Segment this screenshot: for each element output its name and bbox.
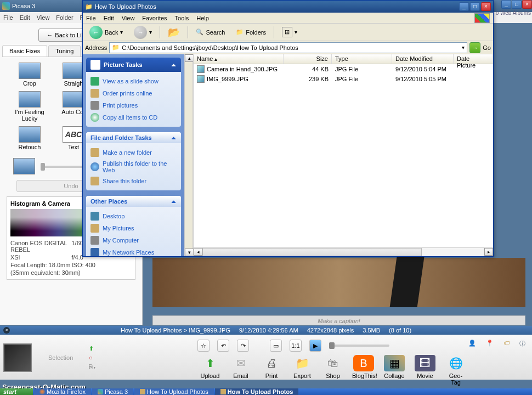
other-places-header[interactable]: Other Places ⏶: [86, 196, 181, 207]
onetoone-button[interactable]: 1:1: [290, 340, 302, 352]
place-my-pictures[interactable]: My Pictures: [90, 222, 177, 234]
windows-flag-icon[interactable]: [474, 13, 490, 23]
close-button[interactable]: ×: [481, 2, 491, 11]
caption-input[interactable]: Make a caption!: [152, 315, 525, 325]
place-my-computer[interactable]: My Computer: [90, 234, 177, 246]
place-network[interactable]: My Network Places: [90, 246, 177, 256]
views-button[interactable]: ⊞▾: [278, 25, 302, 40]
bg-minimize-button[interactable]: _: [501, 0, 511, 9]
tool-feeling-lucky[interactable]: I'm Feeling Lucky: [13, 91, 46, 122]
go-button[interactable]: →: [469, 42, 480, 53]
shop-button[interactable]: 🛍Shop: [321, 355, 344, 386]
address-input[interactable]: 📁 C:\Documents and Settings\jboyd\Deskto…: [109, 42, 467, 53]
bg-close-button[interactable]: ×: [522, 0, 532, 9]
task-new-folder[interactable]: Make a new folder: [90, 146, 177, 159]
task-copy-cd[interactable]: Copy all items to CD: [90, 111, 177, 123]
address-label: Address: [85, 44, 107, 51]
export-button[interactable]: 📁Export: [291, 355, 314, 386]
blogthis-button[interactable]: BBlogThis!: [352, 355, 375, 386]
upload-button[interactable]: ⬆Upload: [199, 355, 222, 386]
picasa-icon: [2, 2, 10, 10]
picture-tasks-header[interactable]: 🖼Picture Tasks ⏶: [86, 58, 181, 72]
tool-thumb-extra[interactable]: [13, 158, 35, 174]
scroll-right-icon[interactable]: ▸: [484, 248, 493, 256]
file-row[interactable]: Camera in Hand_300.JPG 44 KB JPG File 9/…: [194, 64, 493, 74]
print-button[interactable]: 🖨Print: [260, 355, 283, 386]
geotag-button[interactable]: 🌐Geo-Tag: [444, 355, 467, 386]
status-size: 3.5MB: [363, 327, 380, 334]
side-scrollbar[interactable]: ▴ ▾: [184, 54, 193, 256]
taskbar-item-firefox[interactable]: Mozilla Firefox: [34, 388, 91, 395]
menu-favorites[interactable]: Favorites: [142, 15, 167, 21]
menu-help[interactable]: Help: [196, 15, 209, 21]
rotate-right-button[interactable]: ↷: [237, 340, 249, 352]
folders-button[interactable]: 📁Folders: [231, 25, 270, 40]
location-pin-icon[interactable]: 📍: [486, 340, 494, 348]
taskbar-item-picasa[interactable]: Picasa 3: [92, 388, 133, 395]
person-icon[interactable]: 👤: [468, 340, 476, 348]
tab-basic-fixes[interactable]: Basic Fixes: [2, 45, 47, 57]
collapse-icon[interactable]: «: [3, 327, 10, 334]
tool-retouch[interactable]: Retouch: [13, 126, 46, 150]
file-row[interactable]: IMG_9999.JPG 239 KB JPG File 9/12/2010 5…: [194, 74, 493, 84]
menu-tools[interactable]: Tools: [175, 15, 189, 21]
email-button[interactable]: ✉Email: [229, 355, 252, 386]
info-icon[interactable]: ⓘ: [519, 340, 525, 348]
pin-green-icon[interactable]: ⬆: [89, 345, 97, 352]
picasa-title-text: Picasa 3: [12, 3, 35, 9]
col-name[interactable]: Name ▴: [194, 54, 284, 64]
tag-icon[interactable]: 🏷: [503, 340, 510, 348]
separator: [274, 26, 274, 38]
file-tasks-header[interactable]: File and Folder Tasks ⏶: [86, 132, 181, 143]
menu-edit[interactable]: Edit: [104, 15, 114, 21]
col-size[interactable]: Size: [284, 54, 332, 64]
record-icon[interactable]: ○: [89, 354, 97, 361]
menu-edit[interactable]: Edit: [20, 14, 30, 21]
movie-button[interactable]: 🎞Movie: [414, 355, 437, 386]
picasa-status-bar: « How To Upload Photos > IMG_9999.JPG 9/…: [0, 326, 532, 335]
back-button[interactable]: ← Back ▾: [85, 25, 127, 40]
horizontal-scrollbar[interactable]: ◂ ▸: [194, 247, 493, 256]
col-date-picture[interactable]: Date Picture: [454, 54, 493, 64]
web-albums-link[interactable]: o Web Albums: [496, 10, 531, 16]
menu-folder[interactable]: Folder: [56, 14, 73, 21]
tab-tuning[interactable]: Tuning: [48, 45, 81, 57]
tool-crop[interactable]: Crop: [13, 63, 46, 87]
slideshow-button[interactable]: ▶: [309, 340, 321, 352]
star-button[interactable]: ☆: [197, 340, 210, 352]
tray-thumbnail[interactable]: [3, 343, 32, 372]
search-button[interactable]: 🔍Search: [191, 25, 229, 40]
zoom-slider[interactable]: [329, 345, 389, 347]
menu-view[interactable]: View: [122, 15, 135, 21]
task-print[interactable]: Print pictures: [90, 99, 177, 111]
task-order-prints[interactable]: Order prints online: [90, 87, 177, 99]
chevron-down-icon[interactable]: ▾: [462, 44, 465, 50]
explorer-titlebar[interactable]: 📁 How To Upload Photos _ □ ×: [83, 1, 493, 13]
menu-view[interactable]: View: [37, 14, 50, 21]
maximize-button[interactable]: □: [470, 2, 480, 11]
place-desktop[interactable]: Desktop: [90, 210, 177, 222]
col-type[interactable]: Type: [332, 54, 392, 64]
forward-button[interactable]: → ▾: [129, 25, 156, 40]
scroll-down-icon[interactable]: ▾: [185, 249, 194, 256]
task-slideshow[interactable]: View as a slide show: [90, 75, 177, 87]
scroll-thumb[interactable]: [202, 248, 422, 256]
fit-button[interactable]: ▭: [270, 340, 282, 352]
minimize-button[interactable]: _: [459, 2, 469, 11]
clear-tray-icon[interactable]: ⎘▾: [89, 363, 97, 370]
rotate-left-button[interactable]: ↶: [217, 340, 229, 352]
bg-maximize-button[interactable]: □: [512, 0, 522, 9]
start-button[interactable]: start: [0, 388, 33, 395]
col-date[interactable]: Date Modified: [392, 54, 454, 64]
scroll-up-icon[interactable]: ▴: [185, 54, 194, 62]
views-icon: ⊞: [282, 27, 292, 37]
menu-file[interactable]: File: [86, 15, 96, 21]
taskbar-item-folder2[interactable]: How To Upload Photos: [215, 388, 299, 395]
collage-button[interactable]: ▦Collage: [383, 355, 406, 386]
scroll-left-icon[interactable]: ◂: [194, 248, 202, 256]
taskbar-item-folder1[interactable]: How To Upload Photos: [134, 388, 214, 395]
up-button[interactable]: 📂: [163, 25, 184, 40]
task-share-folder[interactable]: Share this folder: [90, 175, 177, 187]
task-publish-web[interactable]: Publish this folder to the Web: [90, 159, 177, 175]
menu-file[interactable]: File: [3, 14, 13, 21]
